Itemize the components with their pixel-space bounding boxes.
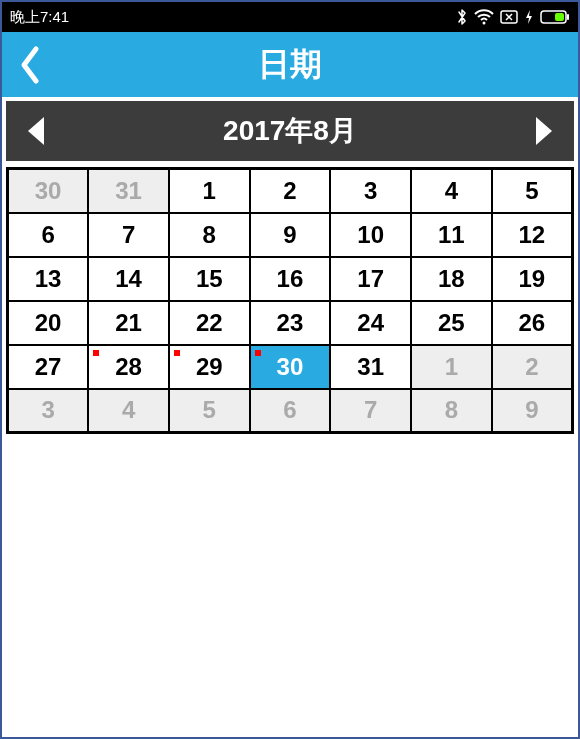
event-dot-icon	[255, 350, 261, 356]
calendar-day[interactable]: 9	[250, 213, 331, 257]
calendar-day[interactable]: 7	[88, 213, 169, 257]
month-label: 2017年8月	[223, 112, 357, 150]
calendar-day[interactable]: 25	[411, 301, 492, 345]
triangle-left-icon	[22, 114, 50, 148]
calendar-day[interactable]: 2	[250, 169, 331, 213]
calendar-day[interactable]: 2	[492, 345, 573, 389]
app-frame: 晚上7:41 日期 201	[0, 0, 580, 739]
calendar-day[interactable]: 6	[8, 213, 89, 257]
calendar-day[interactable]: 1	[411, 345, 492, 389]
status-bar: 晚上7:41	[2, 2, 578, 32]
event-dot-icon	[93, 350, 99, 356]
calendar-row: 303112345	[8, 169, 573, 213]
status-time: 晚上7:41	[10, 8, 69, 27]
calendar-row: 13141516171819	[8, 257, 573, 301]
back-button[interactable]	[2, 32, 58, 97]
wifi-icon	[474, 9, 494, 25]
calendar-day[interactable]: 5	[169, 389, 250, 433]
no-sim-icon	[500, 9, 518, 25]
svg-point-0	[483, 22, 486, 25]
calendar-day[interactable]: 20	[8, 301, 89, 345]
calendar-day[interactable]: 3	[330, 169, 411, 213]
chevron-left-icon	[18, 45, 42, 85]
calendar-day[interactable]: 27	[8, 345, 89, 389]
month-bar: 2017年8月	[6, 101, 574, 161]
calendar-row: 3456789	[8, 389, 573, 433]
calendar-day[interactable]: 23	[250, 301, 331, 345]
calendar-day[interactable]: 29	[169, 345, 250, 389]
calendar-day[interactable]: 1	[169, 169, 250, 213]
calendar-day[interactable]: 14	[88, 257, 169, 301]
calendar-day[interactable]: 9	[492, 389, 573, 433]
calendar-day[interactable]: 10	[330, 213, 411, 257]
bluetooth-icon	[456, 8, 468, 26]
calendar-day[interactable]: 4	[88, 389, 169, 433]
calendar-day[interactable]: 4	[411, 169, 492, 213]
svg-rect-4	[555, 13, 564, 21]
calendar-container: 3031123456789101112131415161718192021222…	[2, 161, 578, 434]
battery-icon	[540, 10, 570, 24]
calendar-day[interactable]: 30	[250, 345, 331, 389]
triangle-right-icon	[530, 114, 558, 148]
status-icons	[456, 8, 570, 26]
calendar-day[interactable]: 8	[411, 389, 492, 433]
calendar-day[interactable]: 16	[250, 257, 331, 301]
calendar-day[interactable]: 15	[169, 257, 250, 301]
calendar-day[interactable]: 11	[411, 213, 492, 257]
calendar-row: 20212223242526	[8, 301, 573, 345]
next-month-button[interactable]	[524, 114, 564, 148]
calendar-day[interactable]: 18	[411, 257, 492, 301]
charging-icon	[524, 9, 534, 25]
calendar-day[interactable]: 5	[492, 169, 573, 213]
calendar-day[interactable]: 3	[8, 389, 89, 433]
calendar-day[interactable]: 28	[88, 345, 169, 389]
calendar-day[interactable]: 26	[492, 301, 573, 345]
calendar-day[interactable]: 21	[88, 301, 169, 345]
calendar-day[interactable]: 31	[330, 345, 411, 389]
calendar-day[interactable]: 7	[330, 389, 411, 433]
event-dot-icon	[174, 350, 180, 356]
calendar-day[interactable]: 12	[492, 213, 573, 257]
calendar-day[interactable]: 17	[330, 257, 411, 301]
calendar-day[interactable]: 30	[8, 169, 89, 213]
calendar-day[interactable]: 31	[88, 169, 169, 213]
page-title: 日期	[2, 43, 578, 87]
calendar-day[interactable]: 8	[169, 213, 250, 257]
calendar-day[interactable]: 13	[8, 257, 89, 301]
calendar-row: 272829303112	[8, 345, 573, 389]
calendar-day[interactable]: 19	[492, 257, 573, 301]
calendar-grid: 3031123456789101112131415161718192021222…	[6, 167, 574, 434]
prev-month-button[interactable]	[16, 114, 56, 148]
calendar-day[interactable]: 22	[169, 301, 250, 345]
calendar-day[interactable]: 24	[330, 301, 411, 345]
title-bar: 日期	[2, 32, 578, 97]
calendar-row: 6789101112	[8, 213, 573, 257]
calendar-day[interactable]: 6	[250, 389, 331, 433]
svg-rect-3	[567, 14, 569, 20]
